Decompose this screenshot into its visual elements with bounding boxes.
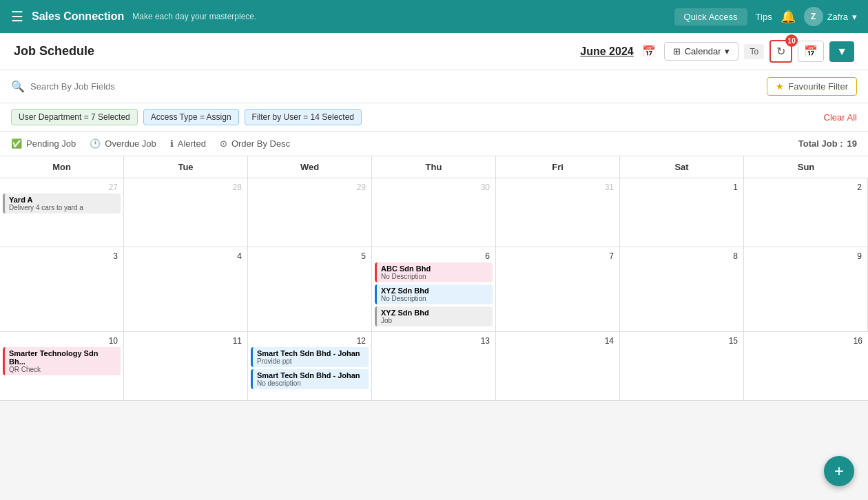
calendar-grid-icon: ⊞	[673, 46, 681, 56]
calendar-date-icon[interactable]: 📅	[642, 45, 656, 58]
calendar-cell[interactable]: 27Yard ADelivery 4 cars to yard a	[0, 178, 124, 247]
calendar-cell[interactable]: 30	[372, 178, 496, 247]
order-by-desc-status[interactable]: ⊙ Order By Desc	[220, 138, 290, 149]
search-input[interactable]	[30, 81, 761, 92]
bell-icon[interactable]: 🔔	[781, 9, 796, 24]
alerted-status[interactable]: ℹ Alerted	[170, 138, 206, 149]
brand-name: Sales Connection	[32, 10, 124, 23]
search-icon: 🔍	[11, 80, 25, 93]
calendar-date: 16	[747, 335, 865, 347]
filter-bar: User Department = 7 Selected Access Type…	[0, 103, 868, 132]
page-title: Job Schedule	[14, 44, 572, 59]
calendar-date: 9	[747, 250, 865, 262]
event-title: ABC Sdn Bhd	[381, 264, 488, 273]
status-bar: ✅ Pending Job 🕐 Overdue Job ℹ Alerted ⊙ …	[0, 132, 868, 156]
event-title: XYZ Sdn Bhd	[381, 309, 488, 317]
menu-icon[interactable]: ☰	[11, 8, 23, 25]
calendar-cell[interactable]: 12Smart Tech Sdn Bhd - JohanProvide pptS…	[248, 332, 372, 401]
calendar-label: Calendar	[685, 46, 721, 56]
clear-all-button[interactable]: Clear All	[824, 112, 857, 123]
event-title: XYZ Sdn Bhd	[381, 287, 488, 295]
calendar-date: 29	[251, 181, 369, 194]
order-icon: ⊙	[220, 138, 227, 149]
calendar-view-button[interactable]: ⊞ Calendar ▾	[664, 42, 739, 61]
total-jobs-label: Total Job :	[798, 138, 843, 149]
filter-tag-access-type[interactable]: Access Type = Assign	[143, 109, 239, 125]
event-title: Yard A	[9, 196, 116, 204]
pending-job-label: Pending Job	[26, 138, 76, 149]
overdue-job-icon: 🕐	[90, 138, 101, 149]
search-bar: 🔍 ★ Favourite Filter	[0, 70, 868, 103]
favourite-filter-button[interactable]: ★ Favourite Filter	[767, 77, 857, 96]
event-card[interactable]: Smart Tech Sdn Bhd - JohanNo description	[251, 369, 369, 389]
overdue-job-label: Overdue Job	[105, 138, 156, 149]
event-description: No Description	[381, 295, 488, 302]
event-card[interactable]: ABC Sdn BhdNo Description	[375, 262, 493, 282]
fav-filter-label: Favourite Filter	[788, 81, 848, 92]
event-card[interactable]: XYZ Sdn BhdNo Description	[375, 284, 493, 304]
calendar-chevron-icon: ▾	[725, 46, 730, 56]
calendar-date: 4	[127, 250, 245, 262]
calendar-day-header: Mon	[0, 156, 124, 178]
filter-tag-user[interactable]: Filter by User = 14 Selected	[245, 109, 362, 125]
user-menu[interactable]: Z Zafra ▾	[804, 7, 857, 26]
calendar-date: 27	[3, 181, 121, 194]
calendar-date: 31	[499, 181, 617, 194]
quick-access-button[interactable]: Quick Access	[674, 8, 747, 25]
calendar-cell[interactable]: 9	[744, 247, 868, 332]
calendar-date: 15	[623, 335, 741, 347]
calendar-date: 12	[251, 335, 369, 347]
calendar-date: 11	[127, 335, 245, 347]
order-by-desc-label: Order By Desc	[231, 138, 290, 149]
avatar: Z	[804, 7, 823, 26]
top-navigation: ☰ Sales Connection Make each day your ma…	[0, 0, 868, 33]
calendar-cell[interactable]: 1	[620, 178, 744, 247]
calendar-date: 30	[375, 181, 493, 194]
event-description: Provide ppt	[257, 357, 364, 365]
event-card[interactable]: Yard ADelivery 4 cars to yard a	[3, 194, 121, 213]
calendar-day-header: Fri	[496, 156, 620, 178]
calendar-date: 14	[499, 335, 617, 347]
calendar-cell[interactable]: 10Smarter Technology Sdn Bh...QR Check	[0, 332, 124, 401]
calendar-cell[interactable]: 15	[620, 332, 744, 401]
calendar-nav-button[interactable]: 📅	[798, 41, 824, 62]
calendar-cell[interactable]: 11	[124, 332, 248, 401]
calendar-date: 2	[747, 181, 865, 194]
tips-button[interactable]: Tips	[756, 12, 772, 22]
month-title: June 2024	[580, 45, 633, 58]
calendar-cell[interactable]: 8	[620, 247, 744, 332]
filter-tag-department[interactable]: User Department = 7 Selected	[11, 109, 138, 125]
calendar: MonTueWedThuFriSatSun 27Yard ADelivery 4…	[0, 156, 868, 401]
calendar-cell[interactable]: 28	[124, 178, 248, 247]
header-right-controls: ⊞ Calendar ▾ To ↻ 10 📅 ▼	[664, 40, 854, 63]
overdue-job-status[interactable]: 🕐 Overdue Job	[90, 138, 156, 149]
calendar-date: 7	[499, 250, 617, 262]
calendar-date: 8	[623, 250, 741, 262]
refresh-button-wrap: ↻ 10	[769, 40, 792, 63]
calendar-cell[interactable]: 2	[744, 178, 868, 247]
event-card[interactable]: Smart Tech Sdn Bhd - JohanProvide ppt	[251, 347, 369, 367]
calendar-cell[interactable]: 7	[496, 247, 620, 332]
calendar-cell[interactable]: 29	[248, 178, 372, 247]
event-title: Smarter Technology Sdn Bh...	[9, 349, 116, 366]
calendar-cell[interactable]: 4	[124, 247, 248, 332]
filter-button[interactable]: ▼	[829, 41, 854, 62]
calendar-cell[interactable]: 13	[372, 332, 496, 401]
user-chevron-icon: ▾	[852, 12, 857, 22]
calendar-date: 1	[623, 181, 741, 194]
event-card[interactable]: XYZ Sdn BhdJob	[375, 306, 493, 326]
pending-job-status[interactable]: ✅ Pending Job	[11, 138, 76, 149]
event-description: Job	[381, 317, 488, 324]
event-card[interactable]: Smarter Technology Sdn Bh...QR Check	[3, 347, 121, 375]
calendar-cell[interactable]: 3	[0, 247, 124, 332]
calendar-cell[interactable]: 5	[248, 247, 372, 332]
total-jobs: Total Job : 19	[798, 138, 857, 149]
calendar-day-header: Sat	[620, 156, 744, 178]
calendar-date: 13	[375, 335, 493, 347]
refresh-badge: 10	[785, 34, 798, 47]
calendar-cell[interactable]: 6ABC Sdn BhdNo DescriptionXYZ Sdn BhdNo …	[372, 247, 496, 332]
calendar-cell[interactable]: 14	[496, 332, 620, 401]
calendar-cell[interactable]: 31	[496, 178, 620, 247]
calendar-cell[interactable]: 16	[744, 332, 868, 401]
total-jobs-value: 19	[847, 138, 857, 149]
